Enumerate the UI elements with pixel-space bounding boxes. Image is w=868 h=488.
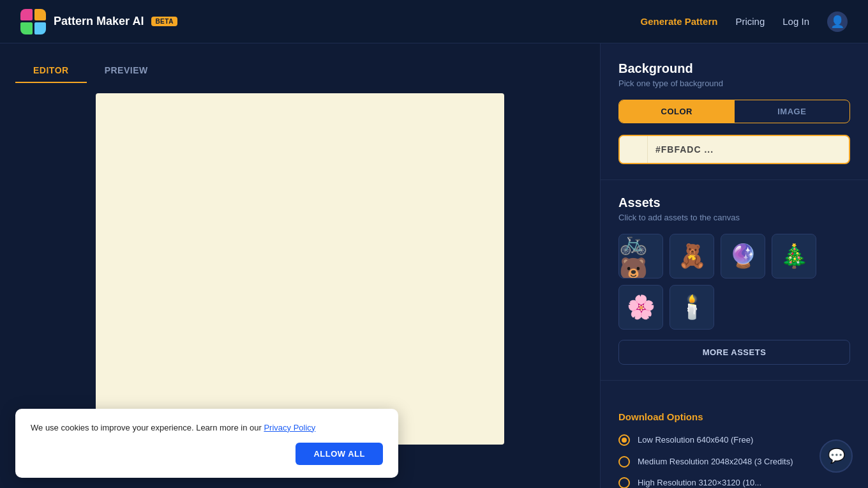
asset-flower[interactable]: 🌸 (618, 285, 663, 330)
radio-low[interactable] (618, 434, 630, 446)
logo-icon (20, 9, 46, 34)
download-option-low: Low Resolution 640x640 (Free) (618, 434, 850, 446)
navbar-right: Generate Pattern Pricing Log In 👤 (641, 11, 848, 32)
nav-pricing[interactable]: Pricing (735, 16, 765, 27)
asset-candles[interactable]: 🕯️ (670, 285, 714, 330)
radio-medium-label: Medium Resolution 2048x2048 (3 Credits) (638, 455, 793, 468)
radio-medium[interactable] (618, 456, 630, 468)
cookie-text: We use cookies to improve your experienc… (31, 422, 383, 434)
tab-preview[interactable]: PREVIEW (87, 59, 166, 83)
asset-teddy[interactable]: 🧸 (670, 234, 714, 278)
main-layout: EDITOR PREVIEW We use cookies to improve… (0, 43, 868, 488)
download-section: Download Options Low Resolution 640x640 … (618, 396, 850, 488)
download-option-high: High Resolution 3120×3120 (10... (618, 477, 850, 488)
assets-title: Assets (618, 195, 850, 210)
color-preview-swatch[interactable] (620, 136, 648, 163)
allow-all-button[interactable]: ALLOW ALL (296, 443, 383, 465)
radio-low-label: Low Resolution 640x640 (Free) (638, 434, 753, 446)
chat-button[interactable]: 💬 (819, 439, 853, 473)
assets-grid: 🚲🐻 🧸 🔮 🎄 🌸 🕯️ (618, 234, 850, 330)
asset-xmas-tree[interactable]: 🎄 (772, 234, 816, 278)
navbar: Pattern Maker AI BETA Generate Pattern P… (0, 0, 868, 43)
cookie-banner: We use cookies to improve your experienc… (15, 409, 398, 478)
canvas-area: EDITOR PREVIEW We use cookies to improve… (0, 43, 600, 488)
nav-generate[interactable]: Generate Pattern (641, 16, 718, 27)
section-divider-2 (601, 380, 868, 381)
color-hex-input[interactable] (648, 144, 849, 155)
radio-high-label: High Resolution 3120×3120 (10... (638, 477, 761, 488)
editor-tabs: EDITOR PREVIEW (15, 59, 585, 83)
assets-section: Assets Click to add assets to the canvas… (618, 195, 850, 380)
nav-login[interactable]: Log In (782, 16, 809, 27)
image-toggle-button[interactable]: IMAGE (735, 100, 850, 123)
beta-badge: BETA (151, 17, 177, 26)
color-input-row (618, 135, 850, 164)
chat-icon: 💬 (828, 448, 845, 464)
background-subtitle: Pick one type of background (618, 79, 850, 88)
radio-high[interactable] (618, 477, 630, 488)
background-type-toggle: COLOR IMAGE (618, 100, 850, 123)
canvas[interactable] (96, 93, 504, 445)
navbar-left: Pattern Maker AI BETA (20, 9, 177, 34)
assets-subtitle: Click to add assets to the canvas (618, 213, 850, 222)
privacy-policy-link[interactable]: Privacy Policy (264, 423, 315, 432)
background-section: Background Pick one type of background C… (618, 61, 850, 179)
brand-title: Pattern Maker AI (54, 15, 144, 28)
asset-ornament[interactable]: 🔮 (721, 234, 765, 278)
more-assets-button[interactable]: MORE ASSETS (618, 340, 850, 365)
section-divider-1 (601, 179, 868, 180)
tab-editor[interactable]: EDITOR (15, 59, 87, 83)
download-option-medium: Medium Resolution 2048x2048 (3 Credits) (618, 455, 850, 468)
account-icon[interactable]: 👤 (827, 11, 848, 32)
asset-bear-bike[interactable]: 🚲🐻 (618, 234, 663, 278)
color-toggle-button[interactable]: COLOR (619, 100, 735, 123)
background-title: Background (618, 61, 850, 76)
sidebar: Background Pick one type of background C… (600, 43, 868, 488)
cookie-actions: ALLOW ALL (31, 443, 383, 465)
download-title: Download Options (618, 411, 850, 422)
